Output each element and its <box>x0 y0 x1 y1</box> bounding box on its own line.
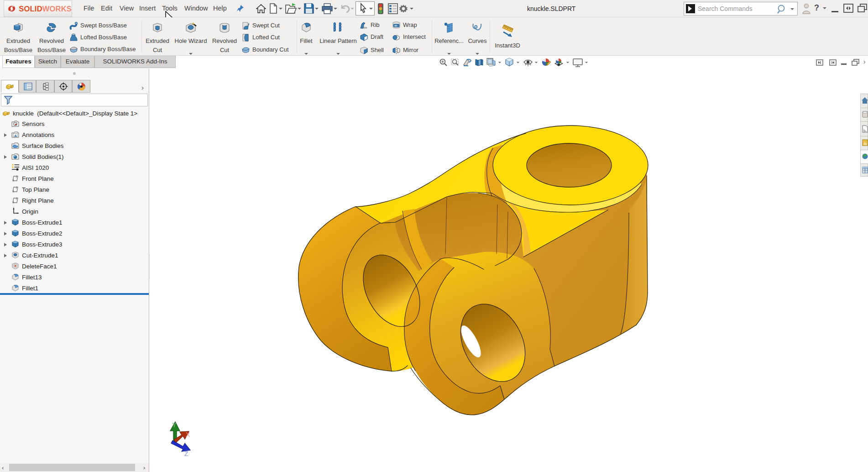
svg-text:Y: Y <box>172 421 177 429</box>
svg-text:X: X <box>186 431 190 438</box>
svg-text:Z: Z <box>184 450 188 457</box>
